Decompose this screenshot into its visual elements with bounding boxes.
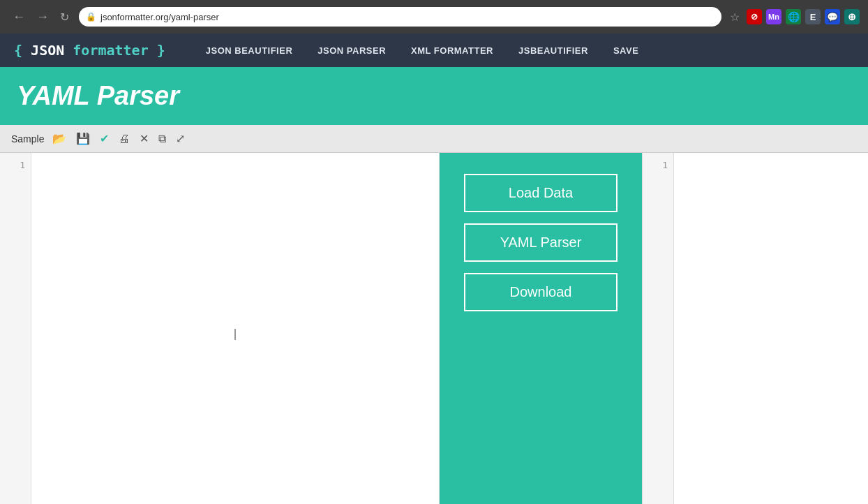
check-icon[interactable]: ✔	[98, 131, 110, 147]
nav-json-parser[interactable]: JSON PARSER	[305, 34, 398, 67]
main-content: 1 Load Data YAML Parser Download 1	[0, 153, 868, 504]
site-nav: { JSON formatter } JSON BEAUTIFIER JSON …	[0, 34, 868, 67]
output-line-numbers: 1	[643, 153, 674, 504]
site-logo: { JSON formatter }	[14, 42, 165, 59]
toolbar: Sample 📂 💾 ✔ 🖨 ✕ ⧉ ⤢	[0, 125, 868, 153]
logo-text: JSON	[31, 42, 73, 59]
refresh-button[interactable]: ↻	[56, 9, 73, 25]
ext-blue-icon[interactable]: 💬	[825, 9, 840, 24]
download-button[interactable]: Download	[464, 273, 618, 311]
back-button[interactable]: ←	[8, 9, 29, 24]
fullscreen-icon[interactable]: ⤢	[174, 131, 186, 147]
ext-purple-icon[interactable]: Mn	[766, 9, 781, 24]
page-header: YAML Parser	[0, 67, 868, 125]
editor-line-numbers: 1	[0, 153, 31, 504]
nav-save[interactable]: SAVE	[601, 34, 651, 67]
copy-icon[interactable]: ⧉	[157, 131, 167, 147]
star-button[interactable]: ☆	[727, 9, 742, 25]
line-number-1: 1	[0, 158, 31, 172]
save-icon[interactable]: 💾	[75, 131, 91, 147]
middle-panel: Load Data YAML Parser Download	[440, 153, 642, 504]
ext-green-icon[interactable]: 🌐	[786, 9, 801, 24]
forward-button[interactable]: →	[32, 9, 53, 24]
print-icon[interactable]: 🖨	[117, 131, 131, 147]
output-line-number-1: 1	[643, 158, 673, 172]
ext-gray-icon[interactable]: E	[805, 9, 821, 24]
browser-chrome: ← → ↻ 🔒 jsonformatter.org/yaml-parser ☆ …	[0, 0, 868, 34]
editor-textarea[interactable]	[31, 153, 439, 504]
address-bar[interactable]: 🔒 jsonformatter.org/yaml-parser	[79, 7, 721, 27]
editor-area: 1	[0, 153, 440, 504]
sample-label: Sample	[11, 133, 44, 144]
logo-brace-close: }	[157, 42, 165, 59]
logo-formatter: formatter	[73, 42, 148, 59]
output-area: 1	[642, 153, 868, 504]
security-icon: 🔒	[86, 12, 96, 22]
open-icon[interactable]: 📂	[51, 131, 68, 147]
yaml-parser-button[interactable]: YAML Parser	[464, 223, 618, 262]
clear-icon[interactable]: ✕	[138, 131, 150, 147]
nav-jsbeautifier[interactable]: JSBEAUTIFIER	[506, 34, 601, 67]
output-content	[674, 153, 868, 504]
editor-content[interactable]	[31, 153, 439, 504]
ext-teal-icon[interactable]: ⊕	[844, 9, 860, 24]
logo-brace-open: {	[14, 42, 22, 59]
load-data-button[interactable]: Load Data	[464, 174, 618, 212]
nav-links: JSON BEAUTIFIER JSON PARSER XML FORMATTE…	[193, 34, 652, 67]
page-title: YAML Parser	[17, 81, 851, 111]
ext-red-icon[interactable]: ⊘	[747, 9, 762, 24]
url-text: jsonformatter.org/yaml-parser	[100, 12, 219, 22]
nav-xml-formatter[interactable]: XML FORMATTER	[398, 34, 506, 67]
nav-json-beautifier[interactable]: JSON BEAUTIFIER	[193, 34, 306, 67]
browser-actions: ☆ ⊘ Mn 🌐 E 💬 ⊕	[727, 9, 860, 25]
browser-nav: ← → ↻	[8, 9, 73, 25]
